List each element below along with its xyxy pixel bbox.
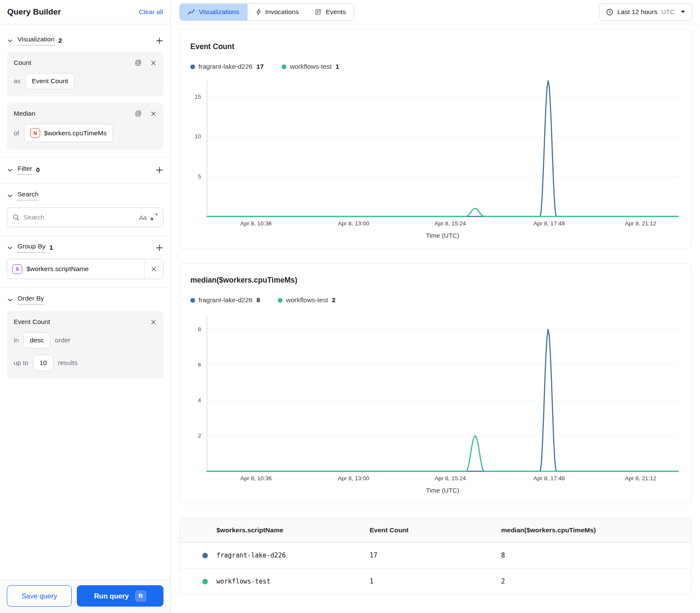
legend-item[interactable]: workflows-test1: [282, 63, 339, 70]
svg-text:Apr 8, 13:00: Apr 8, 13:00: [338, 475, 370, 482]
page-title: Query Builder: [7, 7, 61, 17]
match-case-icon[interactable]: Aa: [139, 214, 146, 221]
svg-text:10: 10: [195, 133, 201, 140]
median-card-title: Median: [14, 110, 35, 117]
regex-icon[interactable]: *: [150, 213, 158, 221]
chevron-down-icon[interactable]: [7, 297, 13, 303]
table-row[interactable]: workflows-test12: [180, 569, 691, 595]
filter-count: 0: [36, 166, 40, 174]
time-range-dropdown[interactable]: Last 12 hours UTC: [599, 3, 692, 21]
add-group-by-button[interactable]: [155, 244, 163, 252]
clock-icon: [606, 9, 613, 16]
remove-group-by-icon[interactable]: [144, 259, 163, 279]
at-mention-icon[interactable]: @: [135, 59, 142, 67]
run-query-button[interactable]: Run query R: [77, 585, 163, 607]
results-table-card: $workers.scriptName Event Count median($…: [179, 518, 691, 595]
legend-item[interactable]: fragrant-lake-d22617: [190, 63, 264, 70]
chart-title: median($workers.cpuTimeMs): [190, 276, 684, 285]
legend-series-name: workflows-test: [290, 63, 332, 70]
legend-series-value: 1: [335, 63, 339, 70]
svg-text:Apr 8, 10:36: Apr 8, 10:36: [240, 475, 272, 482]
results-table-body: fragrant-lake-d226178workflows-test12: [180, 543, 691, 595]
time-range-timezone: UTC: [661, 8, 675, 16]
add-filter-button[interactable]: [155, 166, 163, 174]
legend-dot-icon: [282, 64, 286, 69]
legend-series-name: fragrant-lake-d226: [198, 296, 253, 304]
chevron-down-icon[interactable]: [7, 38, 13, 44]
svg-text:Apr 8, 13:00: Apr 8, 13:00: [338, 220, 370, 227]
group-by-count: 1: [49, 244, 53, 251]
svg-text:Apr 8, 21:12: Apr 8, 21:12: [625, 220, 656, 227]
legend-item[interactable]: workflows-test2: [278, 296, 335, 304]
query-builder-header: Query Builder Clear all: [0, 0, 170, 24]
time-range-label: Last 12 hours: [617, 8, 657, 16]
divider: [0, 183, 170, 184]
tab-invocations[interactable]: Invocations: [248, 4, 307, 20]
svg-text:4: 4: [198, 397, 201, 403]
number-type-icon: N: [30, 128, 40, 138]
result-limit-button[interactable]: 10: [33, 355, 53, 371]
group-by-item[interactable]: S $workers.scriptName: [7, 259, 163, 279]
tab-visualizations-label: Visualizations: [199, 8, 239, 16]
line-chart[interactable]: 2468Apr 8, 10:36Apr 8, 13:00Apr 8, 15:24…: [187, 310, 684, 497]
chart-legend: fragrant-lake-d22617workflows-test1: [190, 63, 684, 70]
divider: [0, 158, 170, 158]
chart-legend: fragrant-lake-d2268workflows-test2: [190, 296, 684, 304]
svg-text:Apr 8, 21:12: Apr 8, 21:12: [625, 475, 656, 482]
sort-direction-button[interactable]: desc: [23, 332, 50, 348]
legend-series-name: workflows-test: [286, 296, 328, 304]
search-icon: [12, 214, 20, 221]
order-by-card: Event Count in desc order up to 10 resul…: [7, 311, 163, 378]
legend-series-value: 8: [257, 296, 260, 304]
chevron-down-icon[interactable]: [7, 245, 13, 251]
script-name-cell: fragrant-lake-d226: [216, 552, 286, 559]
remove-median-icon[interactable]: [150, 111, 157, 117]
remove-count-icon[interactable]: [150, 60, 157, 66]
chart-card-median-cputime: median($workers.cpuTimeMs) fragrant-lake…: [179, 263, 691, 504]
caret-down-icon: [680, 10, 685, 14]
clear-all-button[interactable]: Clear all: [139, 8, 163, 16]
chart-card-event-count: Event Count fragrant-lake-d22617workflow…: [179, 29, 691, 249]
legend-dot-icon: [190, 298, 195, 303]
tab-events[interactable]: Events: [307, 4, 354, 20]
column-event-count: Event Count: [370, 518, 501, 543]
main-area: Visualizations Invocations Events: [171, 0, 700, 613]
tab-visualizations[interactable]: Visualizations: [180, 4, 248, 20]
chart-line-icon: [188, 9, 195, 15]
topbar: Visualizations Invocations Events: [171, 0, 700, 24]
median-field-button[interactable]: N $workers.cpuTimeMs: [24, 124, 113, 142]
save-query-button[interactable]: Save query: [7, 585, 72, 607]
svg-text:Apr 8, 15:24: Apr 8, 15:24: [435, 475, 466, 482]
add-visualization-button[interactable]: [155, 37, 163, 45]
run-query-label: Run query: [94, 592, 129, 600]
svg-text:5: 5: [198, 173, 201, 180]
line-chart[interactable]: 51015Apr 8, 10:36Apr 8, 13:00Apr 8, 15:2…: [187, 76, 684, 242]
svg-text:Apr 8, 17:48: Apr 8, 17:48: [534, 220, 565, 227]
upto-label: up to: [14, 359, 28, 367]
table-row[interactable]: fragrant-lake-d226178: [180, 543, 691, 569]
legend-dot-icon: [190, 64, 195, 69]
search-input[interactable]: [23, 213, 135, 221]
legend-series-value: 17: [257, 63, 264, 70]
at-mention-icon[interactable]: @: [135, 110, 142, 117]
chevron-down-icon[interactable]: [7, 193, 13, 199]
tab-invocations-label: Invocations: [265, 8, 299, 16]
chevron-down-icon[interactable]: [7, 167, 13, 173]
results-label: results: [58, 359, 78, 367]
svg-text:15: 15: [195, 93, 201, 100]
legend-item[interactable]: fragrant-lake-d2268: [190, 296, 260, 304]
series-dot-icon: [202, 553, 208, 558]
section-filter-header: Filter 0: [7, 165, 163, 175]
visualization-card-count: Count @ as Event Count: [7, 52, 163, 96]
event-log-icon: [315, 9, 322, 15]
query-builder-panel: Query Builder Clear all Visualization 2 …: [0, 0, 171, 613]
count-alias-button[interactable]: Event Count: [25, 73, 74, 89]
svg-text:6: 6: [198, 362, 201, 368]
section-visualization-header: Visualization 2: [7, 35, 163, 46]
section-order-by-label: Order By: [18, 295, 44, 305]
event-count-cell: 17: [370, 543, 501, 569]
order-label: order: [55, 336, 70, 344]
svg-text:Apr 8, 15:24: Apr 8, 15:24: [435, 220, 466, 227]
results-table: $workers.scriptName Event Count median($…: [180, 518, 691, 594]
remove-order-by-icon[interactable]: [150, 319, 157, 325]
